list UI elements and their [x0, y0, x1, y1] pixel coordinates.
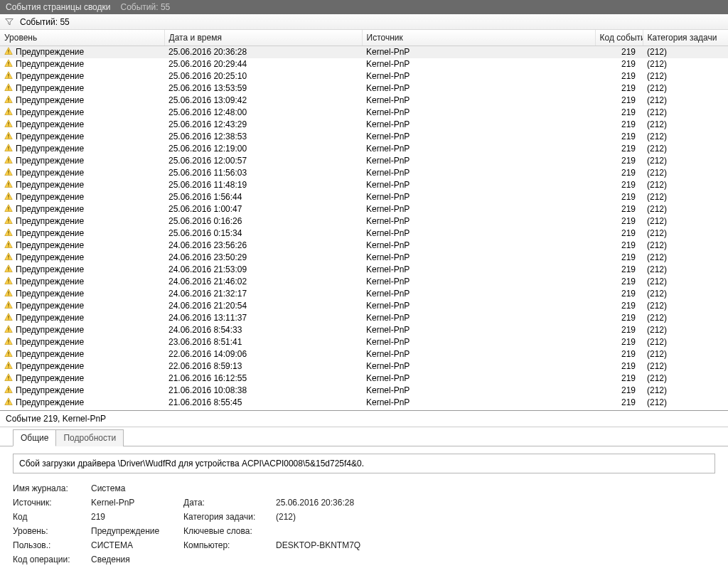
col-header-category[interactable]: Категория задачи — [643, 30, 728, 46]
table-row[interactable]: Предупреждение25.06.2016 20:36:28Kernel-… — [0, 46, 728, 58]
col-header-datetime[interactable]: Дата и время — [164, 30, 362, 46]
cell-category: (212) — [643, 336, 728, 348]
cell-code: 219 — [595, 373, 643, 385]
cell-level: Предупреждение — [16, 301, 84, 311]
cell-level: Предупреждение — [16, 313, 84, 323]
table-row[interactable]: Предупреждение22.06.2016 14:09:06Kernel-… — [0, 348, 728, 360]
table-row[interactable]: Предупреждение25.06.2016 12:38:53Kernel-… — [0, 131, 728, 143]
svg-rect-51 — [8, 355, 9, 355]
svg-rect-9 — [8, 101, 9, 102]
cell-datetime: 25.06.2016 13:53:59 — [164, 82, 362, 95]
cell-level: Предупреждение — [16, 132, 84, 141]
cell-code: 219 — [595, 203, 643, 215]
cell-category: (212) — [643, 300, 728, 312]
tab-details[interactable]: Подробности — [55, 429, 124, 446]
table-row[interactable]: Предупреждение25.06.2016 20:25:10Kernel-… — [0, 70, 728, 82]
cell-category: (212) — [643, 324, 728, 336]
cell-category: (212) — [643, 227, 728, 240]
table-row[interactable]: Предупреждение24.06.2016 21:53:09Kernel-… — [0, 264, 728, 276]
warning-icon — [4, 228, 13, 239]
cell-level: Предупреждение — [16, 385, 84, 395]
table-row[interactable]: Предупреждение23.06.2016 8:51:41Kernel-P… — [0, 336, 728, 348]
detail-grid: Имя журнала: Система Источник: Kernel-Pn… — [13, 483, 715, 564]
svg-rect-53 — [8, 367, 9, 368]
cell-code: 219 — [595, 179, 643, 191]
table-row[interactable]: Предупреждение24.06.2016 21:46:02Kernel-… — [0, 276, 728, 288]
cell-source: Kernel-PnP — [362, 252, 595, 264]
cell-code: 219 — [595, 46, 643, 58]
cell-code: 219 — [595, 336, 643, 348]
table-row[interactable]: Предупреждение25.06.2016 0:15:34Kernel-P… — [0, 227, 728, 240]
svg-rect-37 — [8, 270, 9, 271]
cell-source: Kernel-PnP — [362, 70, 595, 82]
table-row[interactable]: Предупреждение25.06.2016 13:09:42Kernel-… — [0, 95, 728, 107]
table-row[interactable]: Предупреждение25.06.2016 12:19:00Kernel-… — [0, 143, 728, 155]
svg-rect-20 — [8, 170, 9, 173]
svg-rect-4 — [8, 73, 9, 76]
col-header-code[interactable]: Код события — [595, 30, 643, 46]
table-row[interactable]: Предупреждение21.06.2016 8:55:45Kernel-P… — [0, 397, 728, 409]
table-row[interactable]: Предупреждение21.06.2016 10:08:38Kernel-… — [0, 385, 728, 397]
svg-rect-10 — [8, 109, 9, 112]
filter-icon[interactable] — [4, 17, 14, 27]
table-row[interactable]: Предупреждение24.06.2016 23:56:26Kernel-… — [0, 240, 728, 252]
table-row[interactable]: Предупреждение25.06.2016 20:29:44Kernel-… — [0, 58, 728, 70]
cell-code: 219 — [595, 385, 643, 397]
cell-datetime: 25.06.2016 12:48:00 — [164, 107, 362, 119]
cell-datetime: 25.06.2016 0:16:26 — [164, 215, 362, 227]
svg-rect-40 — [8, 291, 9, 294]
table-row[interactable]: Предупреждение24.06.2016 21:32:17Kernel-… — [0, 288, 728, 300]
cell-datetime: 25.06.2016 1:56:44 — [164, 191, 362, 203]
cell-category: (212) — [643, 46, 728, 58]
table-row[interactable]: Предупреждение24.06.2016 23:50:29Kernel-… — [0, 252, 728, 264]
svg-rect-12 — [8, 122, 9, 124]
warning-icon — [4, 240, 13, 251]
code-label: Код — [13, 512, 84, 522]
svg-rect-21 — [8, 173, 9, 174]
col-header-level[interactable]: Уровень — [0, 30, 164, 46]
cell-category: (212) — [643, 385, 728, 397]
filter-bar: Событий: 55 — [0, 14, 728, 30]
cell-level: Предупреждение — [16, 264, 84, 274]
cell-level: Предупреждение — [16, 156, 84, 166]
cell-category: (212) — [643, 82, 728, 95]
warning-icon — [4, 95, 13, 106]
table-row[interactable]: Предупреждение25.06.2016 11:56:03Kernel-… — [0, 167, 728, 179]
svg-rect-52 — [8, 363, 9, 366]
table-row[interactable]: Предупреждение24.06.2016 21:20:54Kernel-… — [0, 300, 728, 312]
table-row[interactable]: Предупреждение25.06.2016 11:48:19Kernel-… — [0, 179, 728, 191]
cell-level: Предупреждение — [16, 397, 84, 407]
cell-category: (212) — [643, 203, 728, 215]
cell-datetime: 25.06.2016 13:09:42 — [164, 95, 362, 107]
opcode-value: Сведения — [91, 555, 176, 564]
table-row[interactable]: Предупреждение21.06.2016 16:12:55Kernel-… — [0, 373, 728, 385]
cell-code: 219 — [595, 191, 643, 203]
cell-code: 219 — [595, 119, 643, 131]
cell-datetime: 25.06.2016 12:00:57 — [164, 155, 362, 167]
cell-source: Kernel-PnP — [362, 336, 595, 348]
cell-code: 219 — [595, 252, 643, 264]
cell-source: Kernel-PnP — [362, 82, 595, 95]
cell-source: Kernel-PnP — [362, 203, 595, 215]
table-row[interactable]: Предупреждение24.06.2016 8:54:33Kernel-P… — [0, 324, 728, 336]
table-row[interactable]: Предупреждение24.06.2016 13:11:37Kernel-… — [0, 312, 728, 324]
table-row[interactable]: Предупреждение25.06.2016 12:43:29Kernel-… — [0, 119, 728, 131]
table-row[interactable]: Предупреждение25.06.2016 1:00:47Kernel-P… — [0, 203, 728, 215]
table-row[interactable]: Предупреждение25.06.2016 12:00:57Kernel-… — [0, 155, 728, 167]
warning-icon — [4, 168, 13, 178]
tab-general[interactable]: Общие — [13, 429, 56, 446]
col-header-source[interactable]: Источник — [362, 30, 595, 46]
cell-level: Предупреждение — [16, 204, 84, 214]
table-row[interactable]: Предупреждение25.06.2016 13:53:59Kernel-… — [0, 82, 728, 95]
table-row[interactable]: Предупреждение22.06.2016 8:59:13Kernel-P… — [0, 360, 728, 373]
warning-icon — [4, 385, 13, 396]
cell-level: Предупреждение — [16, 59, 84, 69]
table-row[interactable]: Предупреждение25.06.2016 12:48:00Kernel-… — [0, 107, 728, 119]
svg-rect-49 — [8, 343, 9, 343]
table-row[interactable]: Предупреждение25.06.2016 0:16:26Kernel-P… — [0, 215, 728, 227]
svg-rect-24 — [8, 194, 9, 197]
cell-category: (212) — [643, 264, 728, 276]
cell-code: 219 — [595, 82, 643, 95]
table-row[interactable]: Предупреждение25.06.2016 1:56:44Kernel-P… — [0, 191, 728, 203]
cell-code: 219 — [595, 95, 643, 107]
